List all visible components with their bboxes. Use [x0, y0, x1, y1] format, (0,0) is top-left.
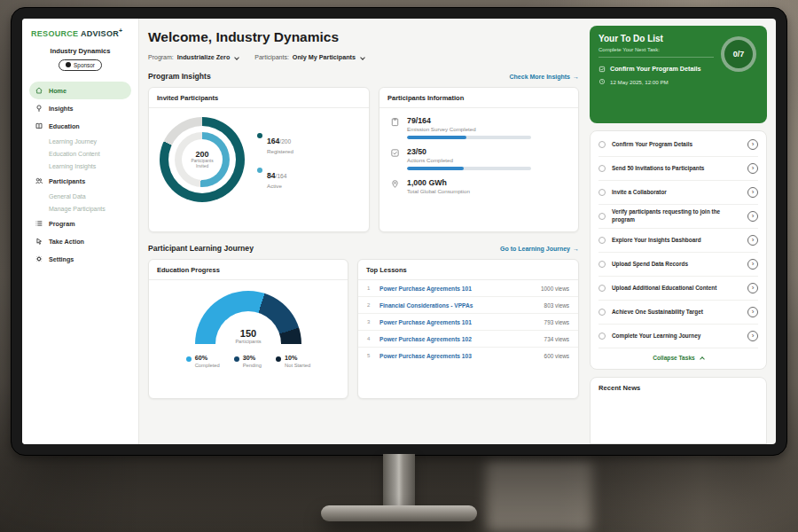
sidebar-item-program[interactable]: Program [29, 215, 131, 232]
chevron-down-icon [360, 55, 365, 60]
task-label: Complete Your Learning Journey [612, 332, 741, 340]
gear-icon [35, 254, 43, 263]
clock-icon [598, 78, 606, 85]
task-checkbox[interactable] [598, 285, 606, 292]
program-dropdown-label: Program: [148, 54, 174, 60]
sidebar-item-manage-participants[interactable]: Manage Participants [29, 202, 131, 215]
participants-information-card: Participants Information 79/164 Emission… [379, 87, 579, 232]
lesson-views: 734 views [544, 336, 569, 342]
check-more-insights-link[interactable]: Check More Insights → [510, 74, 579, 80]
sidebar-item-education-content[interactable]: Education Content [29, 147, 131, 160]
task-row[interactable]: Verify participants requesting to join t… [598, 205, 758, 229]
lesson-row[interactable]: 3 Power Purchase Agreements 101 793 view… [358, 314, 578, 331]
task-row[interactable]: Confirm Your Program Details › [598, 133, 758, 157]
logo-text-resource: RESOURCE [31, 29, 78, 38]
chevron-right-icon[interactable]: › [747, 331, 758, 341]
logo-text-advisor: ADVISOR [81, 29, 119, 38]
list-icon [35, 219, 43, 228]
chevron-right-icon[interactable]: › [747, 259, 758, 270]
lesson-row[interactable]: 1 Power Purchase Agreements 101 1000 vie… [358, 280, 578, 297]
lesson-row[interactable]: 4 Power Purchase Agreements 102 734 view… [358, 331, 578, 348]
lesson-link[interactable]: Financial Considerations - VPPAs [379, 302, 538, 309]
lesson-link[interactable]: Power Purchase Agreements 101 [379, 319, 538, 325]
sidebar-item-settings[interactable]: Settings [29, 250, 131, 268]
task-row[interactable]: Achieve One Sustainability Target › [598, 301, 758, 325]
chevron-right-icon[interactable]: › [747, 283, 758, 293]
todo-subtitle: Complete Your Next Task: [598, 47, 714, 58]
task-row[interactable]: Complete Your Learning Journey › [598, 325, 758, 348]
gauge-center-label: Participants [195, 339, 301, 344]
sidebar-item-learning-insights[interactable]: Learning Insights [29, 160, 131, 172]
chevron-right-icon[interactable]: › [747, 163, 758, 174]
sidebar-item-learning-journey[interactable]: Learning Journey [29, 135, 131, 147]
lesson-link[interactable]: Power Purchase Agreements 103 [379, 353, 538, 359]
task-checkbox[interactable] [598, 213, 606, 220]
task-row[interactable]: Explore Your Insights Dashboard › [598, 229, 758, 253]
todo-progress-value: 0/7 [733, 50, 745, 59]
task-checkbox[interactable] [598, 165, 606, 172]
collapse-tasks-link[interactable]: Collapse Tasks [598, 348, 758, 364]
sidebar-item-label: Education [49, 122, 80, 130]
task-row[interactable]: Upload Spend Data Records › [598, 253, 758, 277]
task-label: Achieve One Sustainability Target [612, 309, 741, 317]
chevron-right-icon[interactable]: › [747, 211, 758, 222]
lesson-link[interactable]: Power Purchase Agreements 101 [379, 286, 535, 292]
gauge-legend: 60% Completed 30% Pending 10% Not Starte… [158, 354, 339, 368]
book-icon [35, 121, 43, 130]
participants-dropdown[interactable]: Participants: Only My Participants [254, 53, 364, 61]
chevron-up-icon [700, 356, 705, 362]
sidebar-item-home[interactable]: Home [29, 82, 131, 99]
task-row[interactable]: Send 50 Invitations to Participants › [598, 157, 758, 181]
donut-legend: 164/200 Registered 84/164 Active [257, 131, 293, 189]
sidebar-item-label: Take Action [49, 238, 84, 246]
sidebar-item-participants[interactable]: Participants [29, 172, 131, 190]
task-row[interactable]: Invite a Collaborator › [598, 181, 758, 205]
chevron-right-icon[interactable]: › [747, 307, 758, 317]
sidebar-item-take-action[interactable]: Take Action [29, 232, 131, 250]
org-name: Industry Dynamics [29, 47, 131, 55]
lesson-row[interactable]: 2 Financial Considerations - VPPAs 803 v… [358, 297, 578, 314]
card-title: Invited Participants [149, 88, 369, 108]
stat-actions-completed: 23/50 Actions Completed [390, 147, 567, 170]
lesson-row[interactable]: 5 Power Purchase Agreements 103 600 view… [358, 348, 578, 364]
progress-bar [407, 136, 531, 139]
sponsor-badge[interactable]: Sponsor [59, 59, 102, 71]
todo-task-list: Confirm Your Program Details › Send 50 I… [590, 130, 767, 370]
education-progress-gauge: 150 Participants [195, 291, 301, 344]
task-checkbox[interactable] [598, 309, 606, 316]
bulb-icon [35, 104, 43, 113]
chevron-right-icon[interactable]: › [747, 235, 758, 246]
legend-active: 84/164 Active [257, 166, 293, 189]
sidebar-item-label: Program [49, 220, 75, 228]
lesson-rank: 3 [367, 319, 373, 325]
sidebar-item-insights[interactable]: Insights [29, 99, 131, 117]
task-row[interactable]: Upload Additional Educational Content › [598, 277, 758, 301]
go-to-learning-journey-link[interactable]: Go to Learning Journey → [500, 246, 579, 252]
task-label: Upload Additional Educational Content [612, 285, 741, 293]
task-checkbox[interactable] [598, 189, 606, 196]
task-checkbox[interactable] [598, 237, 606, 244]
card-title: Top Lessons [358, 260, 578, 280]
participants-dropdown-label: Participants: [254, 54, 289, 60]
legend-completed: 60% Completed [186, 354, 220, 368]
chevron-right-icon[interactable]: › [747, 139, 758, 150]
lesson-link[interactable]: Power Purchase Agreements 102 [379, 336, 538, 342]
task-checkbox[interactable] [598, 332, 606, 340]
legend-pending: 30% Pending [234, 354, 262, 368]
main-content: Welcome, Industry Dynamics Program: Indu… [139, 19, 588, 444]
chevron-right-icon[interactable]: › [747, 187, 758, 198]
sponsor-badge-label: Sponsor [74, 62, 95, 68]
dashboard-screen: RESOURCE ADVISOR+ Industry Dynamics Spon… [22, 19, 776, 444]
lesson-rank: 2 [367, 302, 373, 308]
program-dropdown[interactable]: Program: Industrialize Zero [148, 53, 239, 61]
check-square-icon [390, 148, 400, 158]
sidebar-item-education[interactable]: Education [29, 117, 131, 135]
invited-participants-card: Invited Participants 200 Participants In… [148, 87, 370, 232]
desk-light-patch [486, 459, 592, 532]
task-checkbox[interactable] [598, 141, 606, 148]
page-title: Welcome, Industry Dynamics [148, 29, 579, 45]
sidebar-item-label: Participants [49, 177, 85, 185]
sidebar-item-general-data[interactable]: General Data [29, 190, 131, 202]
task-checkbox[interactable] [598, 261, 606, 268]
lesson-views: 793 views [544, 319, 569, 325]
